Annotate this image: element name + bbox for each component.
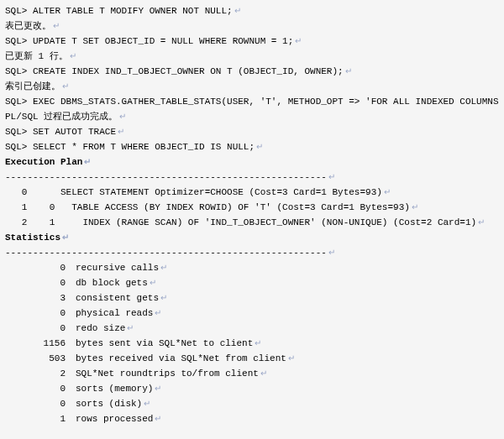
text: PL/SQL 过程已成功完成。 [5,112,118,122]
eol-icon [68,51,76,60]
eol-icon [233,6,241,15]
eol-icon [410,202,418,212]
stat-number: 1 [5,412,76,426]
stat-number: 0 [5,321,76,336]
eol-icon [125,323,134,332]
stat-row: 0redo size [5,321,499,336]
eol-icon [82,157,91,166]
plan-row-1: 1 0 TABLE ACCESS (BY INDEX ROWID) OF 'T'… [5,200,499,215]
stat-label: bytes sent via SQL*Net to client [76,338,253,348]
text: 表已更改。 [5,21,51,31]
eol-icon [118,112,126,121]
execution-plan-header: Execution Plan [5,154,499,170]
stat-number: 0 [5,382,76,396]
text: 1 0 TABLE ACCESS (BY INDEX ROWID) OF 'T'… [5,202,410,212]
stat-row: 1156bytes sent via SQL*Net to client [5,336,499,351]
sql-line-exec-stats: SQL> EXEC DBMS_STATS.GATHER_TABLE_STATS(… [5,94,499,109]
stat-number: 0 [5,276,76,290]
stat-label: recursive calls [76,263,159,273]
stat-label: sorts (memory) [76,384,153,394]
statistics-header: Statistics [5,230,499,245]
result-line-table-altered: 表已更改。 [5,18,499,34]
stat-number: 1156 [5,337,76,351]
eol-icon [382,187,391,196]
stat-row: 0db block gets [5,275,499,290]
sql-line-alter: SQL> ALTER TABLE T MODIFY OWNER NOT NULL… [5,3,499,18]
result-line-updated: 已更新 1 行。 [5,49,499,64]
text: ----------------------------------------… [5,172,327,182]
text: 索引已创建。 [5,81,60,91]
stat-row: 2SQL*Net roundtrips to/from client [5,366,499,381]
stat-row: 0sorts (memory) [5,381,499,396]
stat-row: 1rows processed [5,411,499,426]
stat-number: 503 [5,352,76,366]
stat-number: 0 [5,397,76,411]
stat-label: db block gets [76,278,148,288]
stat-row: 0sorts (disk) [5,396,499,411]
eol-icon [51,21,60,30]
eol-icon [142,399,150,408]
eol-icon [327,248,335,257]
eol-icon [259,368,267,378]
eol-icon [153,384,161,393]
sql-line-select: SQL> SELECT * FROM T WHERE OBJECT_ID IS … [5,139,499,154]
stat-row: 0recursive calls [5,260,499,275]
eol-icon [253,338,261,348]
text: SQL> ALTER TABLE T MODIFY OWNER NOT NULL… [5,6,233,16]
eol-icon [159,293,167,302]
text: SQL> SELECT * FROM T WHERE OBJECT_ID IS … [5,142,255,152]
stat-row: 503bytes received via SQL*Net from clien… [5,351,499,366]
text: SQL> UPDATE T SET OBJECT_ID = NULL WHERE… [5,36,293,46]
eol-icon [344,66,352,76]
text: ----------------------------------------… [5,248,327,258]
stat-label: SQL*Net roundtrips to/from client [76,368,259,379]
text: SQL> SET AUTOT TRACE [5,127,116,137]
sql-line-set-autot: SQL> SET AUTOT TRACE [5,124,499,139]
stat-number: 3 [5,291,76,306]
stat-number: 0 [5,306,76,321]
eol-icon [153,308,161,317]
plan-row-2: 2 1 INDEX (RANGE SCAN) OF 'IND_T_OBJECT_… [5,215,499,230]
eol-icon [327,172,335,181]
text: SQL> EXEC DBMS_STATS.GATHER_TABLE_STATS(… [5,97,504,107]
stat-number: 2 [5,367,76,381]
eol-icon [293,36,302,45]
divider-line: ----------------------------------------… [5,245,499,260]
plan-row-0: 0 SELECT STATEMENT Optimizer=CHOOSE (Cos… [5,185,499,200]
stat-label: redo size [76,323,125,333]
text: 已更新 1 行。 [5,51,68,61]
eol-icon [476,217,485,227]
result-line-index-created: 索引已创建。 [5,79,499,94]
stat-label: sorts (disk) [76,399,142,409]
eol-icon [116,127,124,136]
stat-number: 0 [5,261,76,275]
sql-line-create-index: SQL> CREATE INDEX IND_T_OBJECT_OWNER ON … [5,64,499,79]
stat-label: rows processed [76,414,153,424]
result-line-plsql: PL/SQL 过程已成功完成。 [5,109,499,124]
eol-icon [286,353,295,363]
eol-icon [255,142,263,151]
stat-label: physical reads [76,308,153,318]
text: Statistics [5,233,60,243]
eol-icon [148,278,156,287]
divider-line: ----------------------------------------… [5,170,499,185]
stat-row: 3consistent gets [5,290,499,306]
eol-icon [159,263,167,272]
text: Execution Plan [5,157,82,167]
stat-label: consistent gets [76,293,159,303]
eol-icon [60,81,69,91]
text: 2 1 INDEX (RANGE SCAN) OF 'IND_T_OBJECT_… [5,217,476,227]
text: SQL> CREATE INDEX IND_T_OBJECT_OWNER ON … [5,66,344,76]
eol-icon [60,233,69,242]
stat-row: 0physical reads [5,306,499,321]
eol-icon [153,414,161,423]
sql-line-update: SQL> UPDATE T SET OBJECT_ID = NULL WHERE… [5,34,499,49]
text: 0 SELECT STATEMENT Optimizer=CHOOSE (Cos… [5,187,382,197]
stat-label: bytes received via SQL*Net from client [76,353,286,363]
